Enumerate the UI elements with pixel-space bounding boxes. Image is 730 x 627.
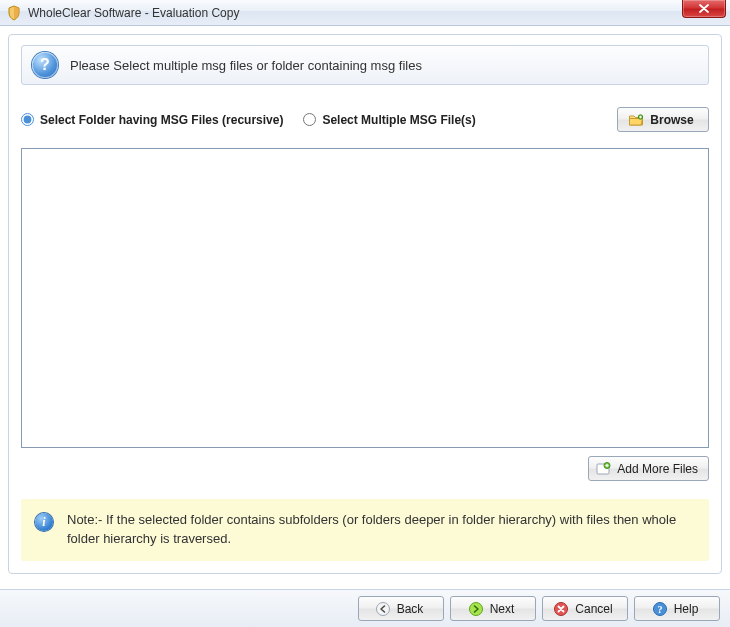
radio-select-files-input[interactable] [303, 113, 316, 126]
add-more-files-label: Add More Files [617, 462, 698, 476]
help-button[interactable]: ? Help [634, 596, 720, 621]
note-box: i Note:- If the selected folder contains… [21, 499, 709, 561]
next-button-label: Next [490, 602, 515, 616]
radio-select-files[interactable]: Select Multiple MSG File(s) [303, 113, 475, 127]
svg-point-4 [469, 602, 482, 615]
app-icon [6, 5, 22, 21]
radio-select-folder-input[interactable] [21, 113, 34, 126]
back-button-label: Back [397, 602, 424, 616]
client-area: ? Please Select multiple msg files or fo… [0, 26, 730, 627]
radio-select-folder-label: Select Folder having MSG Files (recursiv… [40, 113, 283, 127]
main-panel: ? Please Select multiple msg files or fo… [8, 34, 722, 574]
radio-select-folder[interactable]: Select Folder having MSG Files (recursiv… [21, 113, 283, 127]
browse-button[interactable]: Browse [617, 107, 709, 132]
next-button[interactable]: Next [450, 596, 536, 621]
svg-text:?: ? [657, 603, 662, 614]
wizard-footer: Back Next Cancel [0, 589, 730, 627]
question-icon: ? [32, 52, 58, 78]
window-title: WholeClear Software - Evaluation Copy [28, 6, 239, 20]
instruction-bar: ? Please Select multiple msg files or fo… [21, 45, 709, 85]
help-icon: ? [652, 601, 668, 617]
source-options: Select Folder having MSG Files (recursiv… [21, 107, 709, 132]
instruction-text: Please Select multiple msg files or fold… [70, 58, 422, 73]
folder-icon [628, 112, 644, 128]
titlebar: WholeClear Software - Evaluation Copy [0, 0, 730, 26]
cancel-button[interactable]: Cancel [542, 596, 628, 621]
info-icon: i [35, 513, 53, 531]
back-icon [375, 601, 391, 617]
add-more-row: Add More Files [21, 456, 709, 481]
help-button-label: Help [674, 602, 699, 616]
back-button[interactable]: Back [358, 596, 444, 621]
file-list[interactable] [21, 148, 709, 448]
next-icon [468, 601, 484, 617]
browse-button-label: Browse [650, 113, 693, 127]
cancel-icon [553, 601, 569, 617]
add-more-files-button[interactable]: Add More Files [588, 456, 709, 481]
svg-point-3 [376, 602, 389, 615]
add-icon [595, 461, 611, 477]
radio-select-files-label: Select Multiple MSG File(s) [322, 113, 475, 127]
close-button[interactable] [682, 0, 726, 18]
note-text: Note:- If the selected folder contains s… [67, 511, 695, 549]
cancel-button-label: Cancel [575, 602, 612, 616]
